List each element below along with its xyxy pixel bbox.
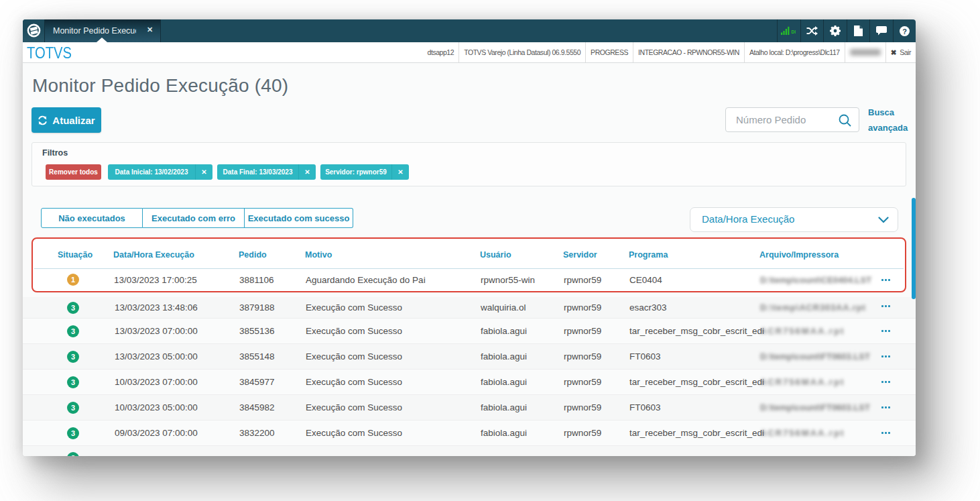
svg-text:DI: DI [791,30,796,34]
svg-text:?: ? [902,27,907,35]
